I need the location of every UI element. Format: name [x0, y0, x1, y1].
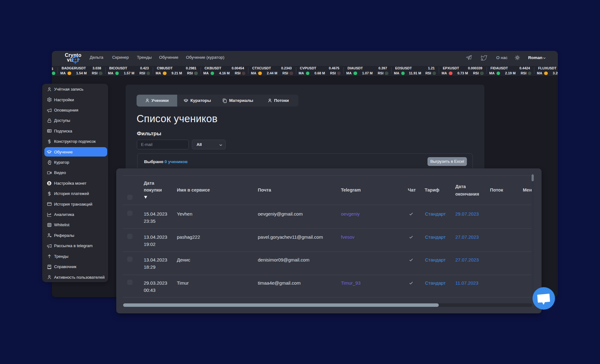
svg-text:₿: ₿	[48, 182, 50, 185]
